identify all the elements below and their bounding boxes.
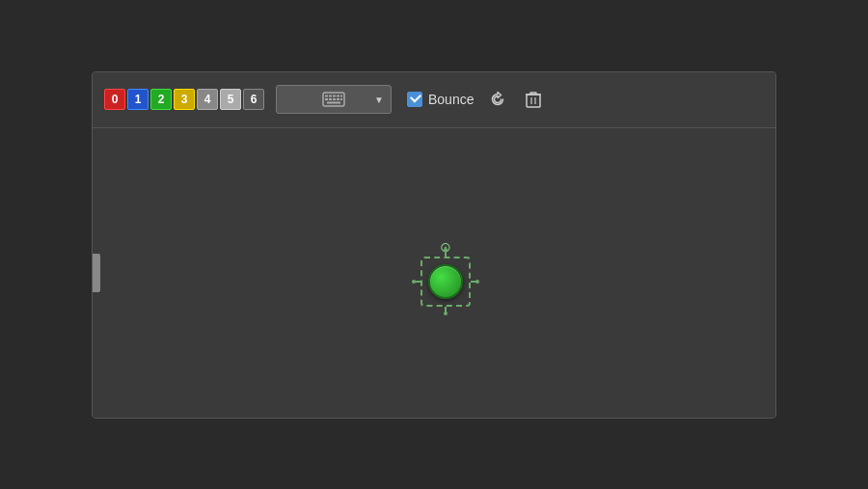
dropdown-arrow-icon: ▼	[374, 95, 384, 105]
bounce-label[interactable]: Bounce	[428, 92, 474, 107]
connector-dot-bottom	[444, 312, 448, 315]
refresh-icon	[489, 91, 506, 108]
svg-rect-11	[327, 102, 340, 104]
svg-rect-1	[325, 95, 328, 97]
svg-rect-5	[340, 95, 342, 97]
refresh-button[interactable]	[485, 87, 510, 112]
tab-1[interactable]: 1	[127, 89, 149, 110]
connector-dot-top	[444, 248, 448, 252]
side-handle[interactable]	[93, 254, 100, 292]
svg-rect-7	[329, 98, 332, 100]
canvas-area[interactable]: ⊙	[93, 128, 775, 418]
trash-icon	[526, 91, 541, 108]
number-tabs: 0 1 2 3 4 5 6	[104, 89, 264, 110]
svg-rect-12	[527, 95, 540, 107]
svg-rect-6	[325, 98, 328, 100]
tab-0[interactable]: 0	[104, 89, 125, 110]
bounce-section: Bounce	[407, 92, 474, 107]
keyboard-dropdown[interactable]: ▼	[276, 85, 392, 114]
svg-rect-9	[337, 98, 339, 100]
main-panel: 0 1 2 3 4 5 6	[92, 71, 776, 419]
connector-dot-right	[475, 280, 479, 284]
delete-button[interactable]	[522, 87, 545, 112]
node-container: ⊙	[420, 239, 471, 307]
tab-6[interactable]: 6	[243, 89, 264, 110]
svg-rect-2	[329, 95, 332, 97]
svg-rect-8	[333, 98, 336, 100]
connector-dot-left	[412, 280, 416, 284]
keyboard-dropdown-wrapper: ▼	[276, 85, 392, 114]
svg-rect-3	[333, 95, 336, 97]
tab-4[interactable]: 4	[197, 89, 218, 110]
tab-2[interactable]: 2	[150, 89, 172, 110]
node-border	[420, 257, 471, 307]
tab-5[interactable]: 5	[220, 89, 241, 110]
svg-rect-4	[337, 95, 339, 97]
keyboard-icon	[322, 92, 345, 107]
tab-3[interactable]: 3	[174, 89, 195, 110]
bounce-checkbox[interactable]	[407, 92, 422, 107]
toolbar: 0 1 2 3 4 5 6	[93, 72, 775, 128]
node-widget[interactable]	[420, 257, 471, 307]
svg-rect-10	[340, 98, 342, 100]
